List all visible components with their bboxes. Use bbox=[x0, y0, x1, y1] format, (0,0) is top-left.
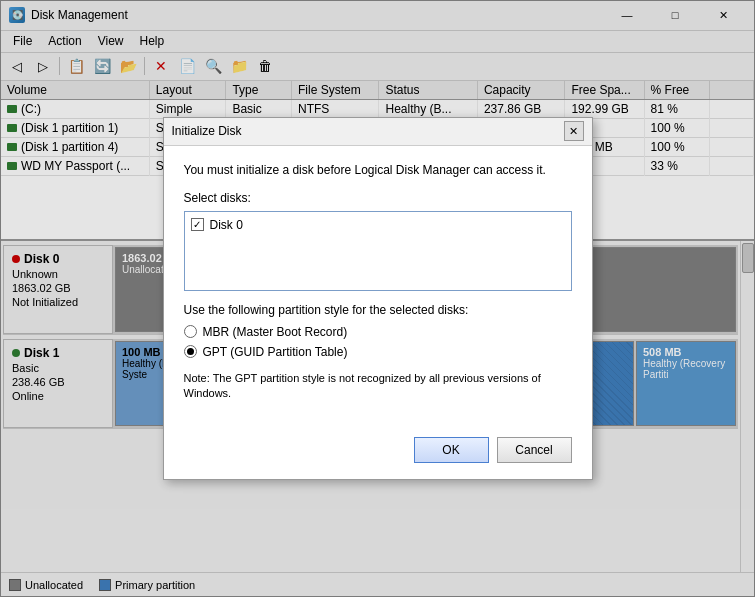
modal-note: Note: The GPT partition style is not rec… bbox=[184, 371, 572, 402]
gpt-radio-btn[interactable] bbox=[184, 345, 197, 358]
disk-0-checkbox[interactable] bbox=[191, 218, 204, 231]
ok-button[interactable]: OK bbox=[414, 437, 489, 463]
partition-style-label: Use the following partition style for th… bbox=[184, 303, 572, 317]
modal-footer: OK Cancel bbox=[164, 429, 592, 479]
initialize-disk-modal: Initialize Disk ✕ You must initialize a … bbox=[163, 117, 593, 481]
modal-message: You must initialize a disk before Logica… bbox=[184, 162, 572, 179]
disk-list-box[interactable]: Disk 0 bbox=[184, 211, 572, 291]
mbr-radio-item[interactable]: MBR (Master Boot Record) bbox=[184, 325, 572, 339]
cancel-button[interactable]: Cancel bbox=[497, 437, 572, 463]
select-disks-label: Select disks: bbox=[184, 191, 572, 205]
modal-close-button[interactable]: ✕ bbox=[564, 121, 584, 141]
gpt-radio-label: GPT (GUID Partition Table) bbox=[203, 345, 348, 359]
mbr-radio-label: MBR (Master Boot Record) bbox=[203, 325, 348, 339]
modal-overlay: Initialize Disk ✕ You must initialize a … bbox=[0, 0, 755, 597]
modal-body: You must initialize a disk before Logica… bbox=[164, 146, 592, 430]
disk-0-option-label: Disk 0 bbox=[210, 218, 243, 232]
mbr-radio-btn[interactable] bbox=[184, 325, 197, 338]
partition-style-radio-group: MBR (Master Boot Record) GPT (GUID Parti… bbox=[184, 325, 572, 359]
disk-list-item-0[interactable]: Disk 0 bbox=[189, 216, 567, 234]
modal-title-bar: Initialize Disk ✕ bbox=[164, 118, 592, 146]
modal-title: Initialize Disk bbox=[172, 124, 564, 138]
gpt-radio-item[interactable]: GPT (GUID Partition Table) bbox=[184, 345, 572, 359]
